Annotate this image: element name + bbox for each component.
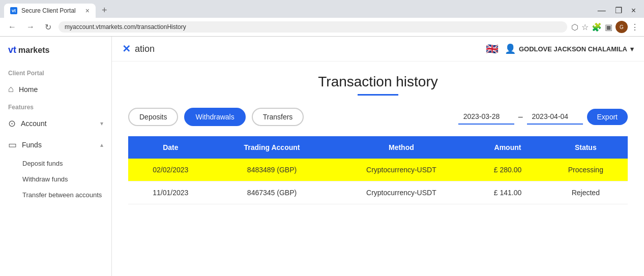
cell-method: Cryptocurrency-USDT — [331, 159, 472, 181]
minimize-button[interactable]: — — [594, 4, 610, 17]
main-content: ✕ ation 🇬🇧 👤 GODLOVE JACKSON CHALAMILA ▾… — [112, 37, 644, 276]
col-header-trading-account: Trading Account — [213, 136, 331, 159]
url-input[interactable] — [58, 21, 567, 33]
user-menu[interactable]: 👤 GODLOVE JACKSON CHALAMILA ▾ — [505, 43, 634, 54]
user-name: GODLOVE JACKSON CHALAMILA — [519, 45, 627, 53]
date-dash: – — [518, 112, 523, 121]
close-nav-icon[interactable]: ✕ — [122, 43, 131, 55]
sidebar-item-transfer[interactable]: Transfer between accounts — [0, 187, 111, 203]
cell-trading-account: 8467345 (GBP) — [213, 181, 331, 204]
table-row: 02/02/2023 8483489 (GBP) Cryptocurrency-… — [128, 159, 628, 181]
sidebar-item-account[interactable]: ⊙ Account ▾ — [0, 113, 111, 134]
new-tab-button[interactable]: + — [98, 3, 111, 18]
address-bar: ← → ↻ ⬡ ☆ 🧩 ▣ G ⋮ — [0, 18, 644, 37]
transfer-label: Transfer between accounts — [22, 191, 102, 199]
tab-close-button[interactable]: × — [85, 7, 90, 15]
page-title-underline — [358, 94, 398, 96]
refresh-button[interactable]: ↻ — [42, 21, 54, 33]
bookmark-icon[interactable]: ☆ — [581, 22, 589, 32]
tab-favicon: vt — [10, 7, 17, 14]
date-from-input[interactable] — [458, 109, 514, 125]
funds-icon: ▭ — [8, 139, 17, 150]
close-window-button[interactable]: × — [627, 4, 640, 17]
account-label: Account — [21, 119, 95, 128]
page-content: Transaction history Deposits Withdrawals… — [112, 62, 644, 217]
page-title-wrapper: Transaction history — [128, 74, 628, 96]
cell-method: Cryptocurrency-USDT — [331, 181, 472, 204]
cell-trading-account: 8483489 (GBP) — [213, 159, 331, 181]
cell-amount: £ 280.00 — [472, 159, 543, 181]
main-topbar: ✕ ation 🇬🇧 👤 GODLOVE JACKSON CHALAMILA ▾ — [112, 37, 644, 62]
menu-icon[interactable]: ⋮ — [631, 22, 639, 32]
markets-logo-text: markets — [18, 46, 49, 55]
user-profile-icon: 👤 — [505, 43, 516, 54]
withdrawals-filter-button[interactable]: Withdrawals — [184, 108, 245, 126]
sidebar-toggle-icon[interactable]: ▣ — [605, 22, 612, 32]
vt-logo-text: vt — [8, 45, 16, 55]
cell-date: 02/02/2023 — [128, 159, 213, 181]
language-flag-icon[interactable]: 🇬🇧 — [486, 43, 499, 55]
client-portal-label: Client Portal — [0, 66, 111, 79]
table-row: 11/01/2023 8467345 (GBP) Cryptocurrency-… — [128, 181, 628, 204]
app-wrapper: vt markets Client Portal ⌂ Home Features… — [0, 37, 644, 276]
share-icon[interactable]: ⬡ — [571, 22, 578, 32]
transaction-table: Date Trading Account Method Amount Statu… — [128, 136, 628, 204]
funds-label: Funds — [22, 141, 95, 149]
cell-amount: £ 141.00 — [472, 181, 543, 204]
home-icon: ⌂ — [8, 84, 14, 95]
nav-ation-text: ation — [135, 44, 155, 54]
topbar-right: 🇬🇧 👤 GODLOVE JACKSON CHALAMILA ▾ — [486, 43, 634, 55]
deposits-filter-button[interactable]: Deposits — [128, 108, 178, 126]
col-header-date: Date — [128, 136, 213, 159]
maximize-button[interactable]: ❐ — [611, 4, 626, 17]
sidebar-item-withdraw-funds[interactable]: Withdraw funds — [0, 171, 111, 187]
deposit-funds-label: Deposit funds — [22, 160, 63, 167]
sidebar-item-funds[interactable]: ▭ Funds ▴ — [0, 134, 111, 156]
account-chevron-icon: ▾ — [100, 120, 103, 127]
address-bar-icons: ⬡ ☆ 🧩 ▣ G ⋮ — [571, 21, 639, 33]
withdraw-funds-label: Withdraw funds — [22, 175, 68, 183]
filter-bar: Deposits Withdrawals Transfers – Export — [128, 108, 628, 126]
sidebar: vt markets Client Portal ⌂ Home Features… — [0, 37, 112, 276]
sidebar-item-home[interactable]: ⌂ Home — [0, 79, 111, 100]
home-label: Home — [19, 85, 103, 94]
table-body: 02/02/2023 8483489 (GBP) Cryptocurrency-… — [128, 159, 628, 204]
col-header-amount: Amount — [472, 136, 543, 159]
funds-chevron-icon: ▴ — [100, 141, 103, 148]
active-tab[interactable]: vt Secure Client Portal × — [4, 4, 96, 18]
tab-bar: vt Secure Client Portal × + — ❐ × — [0, 0, 644, 18]
date-to-input[interactable] — [527, 109, 583, 125]
browser-chrome: vt Secure Client Portal × + — ❐ × ← → ↻ … — [0, 0, 644, 37]
cell-status: Rejected — [544, 181, 628, 204]
cell-date: 11/01/2023 — [128, 181, 213, 204]
user-dropdown-icon: ▾ — [630, 45, 634, 53]
table-header: Date Trading Account Method Amount Statu… — [128, 136, 628, 159]
forward-button[interactable]: → — [23, 21, 38, 33]
transfers-filter-button[interactable]: Transfers — [252, 108, 304, 126]
col-header-method: Method — [331, 136, 472, 159]
extensions-icon[interactable]: 🧩 — [592, 22, 602, 32]
features-label: Features — [0, 100, 111, 113]
col-header-status: Status — [544, 136, 628, 159]
window-controls: — ❐ × — [594, 4, 640, 17]
cell-status: Processing — [544, 159, 628, 181]
page-title: Transaction history — [128, 74, 628, 90]
profile-avatar[interactable]: G — [616, 21, 628, 33]
account-icon: ⊙ — [8, 118, 16, 129]
sidebar-item-deposit-funds[interactable]: Deposit funds — [0, 156, 111, 171]
tab-title: Secure Client Portal — [21, 7, 76, 14]
topbar-left: ✕ ation — [122, 43, 155, 55]
back-button[interactable]: ← — [5, 21, 19, 33]
export-button[interactable]: Export — [587, 109, 628, 125]
sidebar-logo: vt markets — [0, 45, 111, 66]
date-range: – Export — [458, 109, 628, 125]
